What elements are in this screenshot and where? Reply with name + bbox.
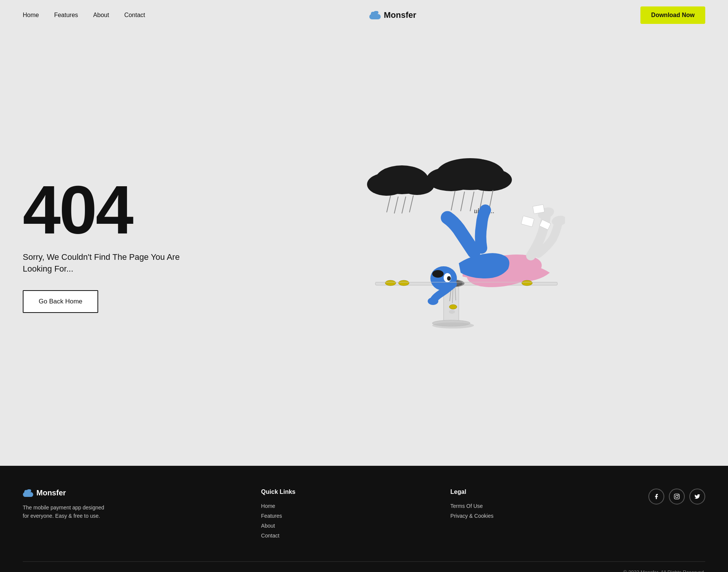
svg-point-35 <box>447 276 451 281</box>
svg-line-13 <box>451 191 455 210</box>
svg-rect-41 <box>533 204 544 214</box>
illustration-svg: uh oh... <box>345 157 565 339</box>
nav-features[interactable]: Features <box>54 12 78 19</box>
footer-legal: Legal Terms Of Use Privacy & Cookies <box>450 489 494 542</box>
svg-rect-2 <box>374 11 378 14</box>
svg-point-54 <box>678 495 679 495</box>
facebook-button[interactable] <box>648 489 664 504</box>
svg-line-12 <box>410 196 413 212</box>
svg-point-44 <box>399 280 409 286</box>
error-code: 404 <box>23 176 205 244</box>
svg-line-14 <box>461 192 464 211</box>
copyright-text: © 2022 Monsfer. All Rights Reserved. <box>623 569 705 572</box>
main-content: 404 Sorry, We Couldn't Find The Page You… <box>0 30 728 466</box>
svg-rect-51 <box>27 489 31 492</box>
site-footer: Monsfer The mobile payment app designed … <box>0 466 728 572</box>
svg-rect-52 <box>674 494 679 499</box>
twitter-icon <box>694 493 700 500</box>
footer-logo-icon <box>23 489 33 497</box>
footer-link-contact[interactable]: Contact <box>261 533 296 539</box>
error-content: 404 Sorry, We Couldn't Find The Page You… <box>23 176 205 313</box>
footer-tagline: The mobile payment app designed for ever… <box>23 503 106 520</box>
instagram-icon <box>674 493 680 500</box>
error-message: Sorry, We Couldn't Find The Page You Are… <box>23 251 205 275</box>
download-button[interactable]: Download Now <box>640 6 705 24</box>
svg-point-31 <box>449 310 455 314</box>
footer-logo: Monsfer <box>23 489 106 497</box>
svg-point-39 <box>551 215 565 227</box>
nav-about[interactable]: About <box>93 12 109 19</box>
go-home-button[interactable]: Go Back Home <box>23 290 98 313</box>
footer-social <box>648 489 705 542</box>
svg-rect-40 <box>521 216 534 227</box>
svg-point-43 <box>385 280 396 286</box>
instagram-button[interactable] <box>669 489 685 504</box>
svg-line-9 <box>387 196 391 212</box>
svg-point-8 <box>466 168 512 191</box>
twitter-button[interactable] <box>689 489 705 504</box>
nav-home[interactable]: Home <box>23 12 39 19</box>
footer-quick-links: Quick Links Home Features About Contact <box>261 489 296 542</box>
svg-point-46 <box>449 305 457 309</box>
svg-point-37 <box>428 297 438 305</box>
svg-point-47 <box>432 322 474 328</box>
footer-inner: Monsfer The mobile payment app designed … <box>23 489 705 542</box>
site-logo: Monsfer <box>369 10 416 20</box>
illustration-area: uh oh... <box>205 149 705 339</box>
footer-privacy-link[interactable]: Privacy & Cookies <box>450 513 494 519</box>
svg-point-45 <box>522 280 532 286</box>
nav-contact[interactable]: Contact <box>124 12 145 19</box>
footer-link-about[interactable]: About <box>261 523 296 529</box>
svg-point-36 <box>432 270 444 278</box>
footer-legal-heading: Legal <box>450 489 494 495</box>
svg-line-15 <box>470 192 474 211</box>
footer-brand: Monsfer The mobile payment app designed … <box>23 489 106 542</box>
footer-bottom: © 2022 Monsfer. All Rights Reserved. <box>23 561 705 572</box>
logo-icon <box>369 11 381 19</box>
svg-line-11 <box>402 197 406 213</box>
site-header: Home Features About Contact Monsfer Down… <box>0 0 728 30</box>
footer-terms-link[interactable]: Terms Of Use <box>450 503 494 509</box>
nav-links: Home Features About Contact <box>23 12 145 19</box>
svg-line-10 <box>394 197 398 213</box>
footer-quick-links-heading: Quick Links <box>261 489 296 495</box>
footer-link-home[interactable]: Home <box>261 503 296 509</box>
facebook-icon <box>653 493 659 500</box>
logo-text: Monsfer <box>384 10 416 20</box>
svg-point-53 <box>676 495 678 498</box>
footer-logo-text: Monsfer <box>36 489 66 497</box>
footer-link-features[interactable]: Features <box>261 513 296 519</box>
